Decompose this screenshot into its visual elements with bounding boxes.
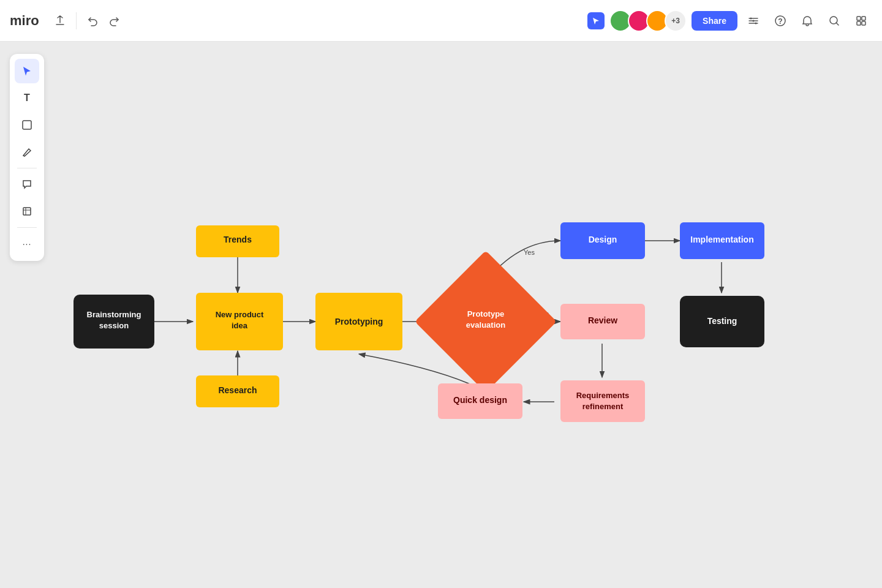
svg-text:Testing: Testing (707, 316, 737, 326)
requirements-refinement-node[interactable]: Requirements refinement (560, 380, 645, 422)
svg-text:evaluation: evaluation (466, 320, 505, 330)
svg-text:Brainstorming: Brainstorming (87, 310, 141, 319)
svg-text:Requirements: Requirements (576, 391, 630, 400)
cursor-mode-indicator (587, 12, 605, 29)
topbar-divider (76, 12, 77, 29)
quick-design-node[interactable]: Quick design (438, 383, 522, 419)
svg-rect-11 (23, 208, 31, 215)
svg-point-1 (753, 20, 755, 21)
prototype-eval-node[interactable]: Prototype evaluation (415, 251, 557, 393)
svg-point-0 (750, 17, 752, 19)
svg-text:session: session (99, 321, 129, 330)
topbar: miro +3 Share (0, 0, 882, 42)
upload-button[interactable] (49, 10, 71, 32)
text-tool[interactable]: T (15, 86, 39, 110)
settings-button[interactable] (742, 10, 764, 32)
implementation-node[interactable]: Implementation (680, 222, 764, 259)
redo-button[interactable] (104, 10, 126, 32)
logo: miro (10, 13, 39, 29)
toolbar-divider (17, 168, 37, 168)
new-product-idea-node[interactable]: New product idea (196, 293, 283, 350)
notifications-button[interactable] (796, 10, 818, 32)
svg-text:Quick design: Quick design (453, 395, 507, 405)
frame-tool[interactable] (15, 199, 39, 224)
trends-node[interactable]: Trends (196, 225, 279, 257)
avatar-group: +3 (609, 10, 687, 32)
svg-text:Prototype: Prototype (467, 309, 505, 318)
topbar-right: +3 Share ? (587, 10, 872, 32)
svg-text:Review: Review (588, 315, 617, 325)
svg-rect-8 (857, 21, 861, 25)
svg-rect-7 (862, 17, 865, 20)
svg-text:Design: Design (589, 235, 617, 244)
svg-text:?: ? (778, 17, 782, 26)
canvas[interactable]: Yes No Brainstorming session Trends New … (0, 42, 882, 588)
research-node[interactable]: Research (196, 375, 279, 407)
board-list-button[interactable] (850, 10, 872, 32)
svg-rect-10 (23, 121, 31, 129)
diagram: Yes No Brainstorming session Trends New … (0, 42, 882, 588)
cursor-tool[interactable] (15, 59, 39, 83)
svg-text:idea: idea (232, 321, 248, 330)
prototyping-node[interactable]: Prototyping (315, 293, 402, 350)
svg-point-2 (755, 22, 757, 24)
svg-text:Trends: Trends (224, 235, 252, 244)
sticky-tool[interactable] (15, 113, 39, 137)
undo-button[interactable] (81, 10, 104, 32)
svg-rect-6 (857, 17, 861, 20)
svg-text:Prototyping: Prototyping (335, 317, 383, 326)
svg-rect-9 (862, 21, 865, 25)
extra-users-count: +3 (665, 10, 687, 32)
share-button[interactable]: Share (692, 11, 737, 31)
toolbar-divider-2 (17, 227, 37, 228)
svg-text:Research: Research (218, 385, 257, 395)
left-toolbar: T ··· (10, 54, 44, 261)
help-button[interactable]: ? (769, 10, 791, 32)
svg-rect-39 (560, 380, 645, 422)
pen-tool[interactable] (15, 140, 39, 164)
more-tools[interactable]: ··· (15, 232, 39, 256)
review-node[interactable]: Review (560, 304, 645, 339)
testing-node[interactable]: Testing (680, 296, 764, 347)
search-button[interactable] (823, 10, 845, 32)
svg-text:Implementation: Implementation (690, 235, 753, 244)
svg-text:New product: New product (216, 310, 264, 319)
svg-text:refinement: refinement (582, 402, 624, 411)
design-node[interactable]: Design (560, 222, 645, 259)
comment-tool[interactable] (15, 172, 39, 197)
yes-label: Yes (524, 249, 535, 256)
brainstorming-node[interactable]: Brainstorming session (74, 295, 154, 349)
